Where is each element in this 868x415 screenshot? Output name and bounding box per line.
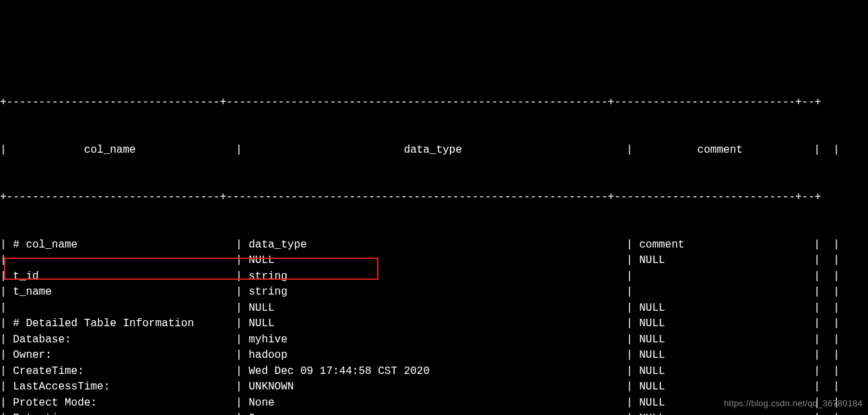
table-header-row: | col_name | data_type | comment | | [0,143,868,159]
cell-c1: | LastAccessTime: [0,379,236,395]
table-row: | # Detailed Table Information | NULL | … [0,316,868,332]
table-row: | Owner: | hadoop | NULL | | [0,348,868,364]
cell-c2: | NULL [236,253,626,269]
cell-c1: | Protect Mode: [0,395,236,412]
cell-c1: | # col_name [0,237,236,254]
cell-c1: | CreateTime: [0,364,236,380]
cell-c1: | Database: [0,332,236,348]
table-row: | Retention: | 0 | NULL | | [0,411,868,415]
cell-c2: | hadoop [236,348,626,364]
cell-c2: | NULL [236,301,626,317]
cell-c2: | data_type [236,237,626,254]
cell-c3: | NULL | | [626,253,815,269]
cell-c2: | UNKNOWN [236,379,626,395]
cell-c1: | [0,301,236,317]
header-col-name: | col_name [0,143,236,159]
watermark-text: https://blog.csdn.net/qq_36780184 [724,395,863,412]
border-line: +---------------------------------+-----… [0,190,868,206]
table-row: | t_id | string | | | [0,269,868,285]
cell-c2: | Wed Dec 09 17:44:58 CST 2020 [236,364,626,380]
table-row: | | NULL | NULL | | [0,301,868,317]
cell-c3: | NULL | | [626,332,815,348]
cell-c1: | t_id [0,269,236,285]
cell-c3: | NULL | | [626,379,815,395]
cell-c1: | Retention: [0,411,236,415]
cell-c1: | # Detailed Table Information [0,316,236,332]
cell-c3: | NULL | | [626,348,815,364]
header-data-type: | data_type [236,143,626,159]
cell-c3: | | | [626,285,815,301]
table-row: | Database: | myhive | NULL | | [0,332,868,348]
table-row: | | NULL | NULL | | [0,253,868,269]
cell-c2: | None [236,395,626,412]
table-row: | # col_name | data_type | comment | | [0,237,868,254]
table-row: | LastAccessTime: | UNKNOWN | NULL | | [0,379,868,395]
cell-c1: | [0,253,236,269]
table-row: | t_name | string | | | [0,285,868,301]
cell-c1: | Owner: [0,348,236,364]
header-comment: | comment | | [626,143,815,159]
cell-c3: | NULL | | [626,301,815,317]
cell-c2: | NULL [236,316,626,332]
cell-c3: | NULL | | [626,364,815,380]
cell-c1: | t_name [0,285,236,301]
border-line: +---------------------------------+-----… [0,95,868,111]
cell-c2: | 0 [236,411,626,415]
table-row: | CreateTime: | Wed Dec 09 17:44:58 CST … [0,364,868,380]
cell-c3: | NULL | | [626,316,815,332]
cell-c2: | myhive [236,332,626,348]
cell-c3: | comment | | [626,237,815,254]
cell-c3: | NULL | | [626,411,815,415]
terminal-output: +---------------------------------+-----… [0,63,868,415]
cell-c3: | | | [626,269,815,285]
cell-c2: | string [236,269,626,285]
cell-c2: | string [236,285,626,301]
